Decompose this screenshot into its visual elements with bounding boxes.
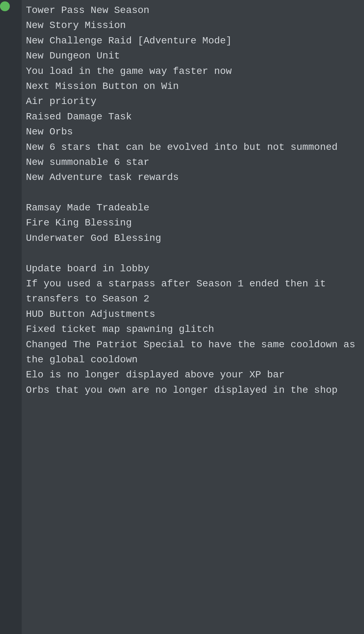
left-strip [0, 0, 22, 634]
patch-notes-text: Tower Pass New Season New Story Mission … [26, 3, 357, 398]
green-circle-icon [0, 1, 10, 11]
content-area: Tower Pass New Season New Story Mission … [22, 0, 364, 634]
page-container: Tower Pass New Season New Story Mission … [0, 0, 364, 634]
